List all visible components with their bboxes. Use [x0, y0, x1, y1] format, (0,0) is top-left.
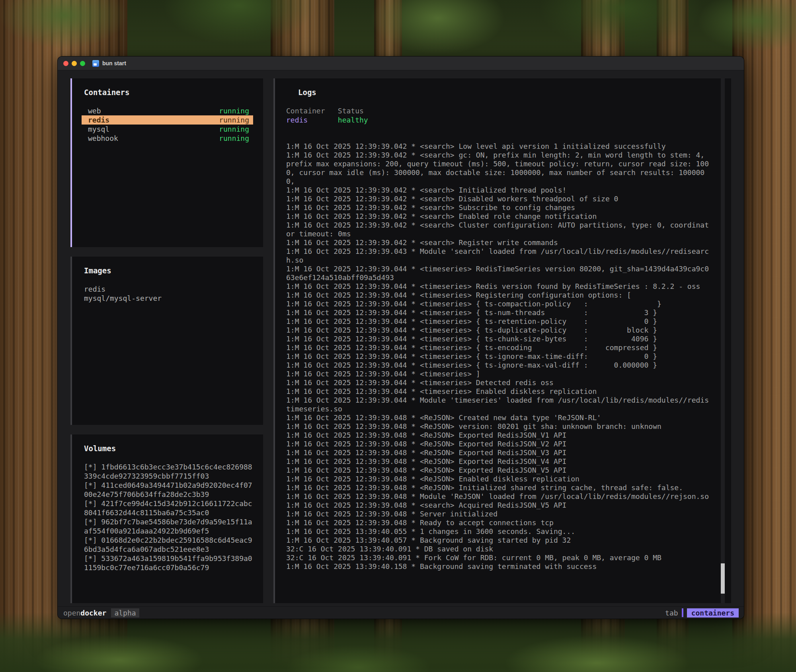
volumes-panel-title: Volumes: [84, 444, 263, 453]
main-content: Containers webrunningredisrunningmysqlru…: [58, 70, 744, 606]
logs-panel: Logs Container Status redis healthy 1:M …: [273, 78, 731, 603]
log-line: 1:M 16 Oct 2025 13:39:40.057 * Backgroun…: [286, 536, 710, 545]
log-line: 1:M 16 Oct 2025 12:39:39.044 * <timeseri…: [286, 335, 710, 343]
zoom-button[interactable]: [80, 61, 85, 66]
log-line: 1:M 16 Oct 2025 13:39:40.158 * Backgroun…: [286, 562, 710, 571]
status-bar: opendocker alpha tab containers: [58, 606, 744, 619]
log-line: 1:M 16 Oct 2025 12:39:39.042 * <search> …: [286, 212, 710, 221]
container-row-redis[interactable]: redisrunning: [82, 115, 253, 125]
images-panel-title: Images: [84, 266, 263, 275]
log-line: 1:M 16 Oct 2025 12:39:39.044 * <timeseri…: [286, 378, 710, 387]
log-line: 1:M 16 Oct 2025 12:39:39.042 * <search> …: [286, 195, 710, 203]
container-name: mysql: [88, 125, 109, 133]
containers-panel-title: Containers: [84, 88, 263, 97]
log-line: 1:M 16 Oct 2025 12:39:39.044 * <timeseri…: [286, 291, 710, 300]
mode-containers-chip[interactable]: containers: [687, 608, 739, 617]
log-line: 1:M 16 Oct 2025 12:39:39.048 * <ReJSON> …: [286, 422, 710, 431]
container-row-mysql[interactable]: mysqlrunning: [82, 125, 253, 134]
close-button[interactable]: [63, 61, 68, 66]
logs-scrollbar[interactable]: [721, 78, 725, 603]
brand-prefix: open: [63, 609, 80, 617]
log-line: 1:M 16 Oct 2025 12:39:39.048 * <ReJSON> …: [286, 457, 710, 466]
minimize-button[interactable]: [72, 61, 77, 66]
tab-key-hint: tab: [665, 609, 678, 617]
log-line: 1:M 16 Oct 2025 12:39:39.042 * <search> …: [286, 221, 710, 238]
log-line: 1:M 16 Oct 2025 12:39:39.044 * <timeseri…: [286, 326, 710, 335]
log-line: 1:M 16 Oct 2025 12:39:39.043 * Module 's…: [286, 247, 710, 265]
container-name: web: [88, 107, 101, 115]
terminal-window: bun start Containers webrunningredisrunn…: [57, 56, 744, 619]
log-line: 1:M 16 Oct 2025 12:39:39.044 * <timeseri…: [286, 300, 710, 308]
log-line: 1:M 16 Oct 2025 12:39:39.042 * <search> …: [286, 151, 710, 186]
log-line: 1:M 16 Oct 2025 12:39:39.048 * Ready to …: [286, 518, 710, 527]
traffic-lights: [63, 61, 85, 66]
log-line: 1:M 16 Oct 2025 12:39:39.042 * <search> …: [286, 186, 710, 195]
images-list: redismysql/mysql-server: [84, 284, 254, 303]
log-line: 1:M 16 Oct 2025 12:39:39.044 * <timeseri…: [286, 352, 710, 361]
logs-panel-title: Logs: [298, 88, 731, 97]
log-output: 1:M 16 Oct 2025 12:39:39.042 * <search> …: [286, 142, 710, 571]
volume-item[interactable]: [*] 962bf7c7bae54586be73de7d9a59e15f11aa…: [84, 517, 254, 536]
log-line: 1:M 16 Oct 2025 12:39:39.048 * <ReJSON> …: [286, 431, 710, 440]
log-line: 1:M 16 Oct 2025 12:39:39.044 * <timeseri…: [286, 265, 710, 282]
volume-item[interactable]: [*] 1fbd6613c6b3ecc3e37b415c6c4ec8269883…: [84, 462, 254, 481]
container-status: running: [219, 125, 249, 133]
logs-status-column-label: Status: [338, 106, 364, 115]
image-item[interactable]: mysql/mysql-server: [84, 294, 254, 303]
log-line: 1:M 16 Oct 2025 12:39:39.048 * <ReJSON> …: [286, 483, 710, 492]
log-line: 1:M 16 Oct 2025 12:39:39.044 * <timeseri…: [286, 387, 710, 396]
sidebar: Containers webrunningredisrunningmysqlru…: [70, 78, 263, 603]
forest-floor: [0, 612, 796, 672]
container-row-web[interactable]: webrunning: [82, 106, 253, 115]
log-line: 1:M 16 Oct 2025 12:39:39.048 * <ReJSON> …: [286, 440, 710, 448]
containers-panel: Containers webrunningredisrunningmysqlru…: [70, 78, 263, 247]
log-line: 1:M 16 Oct 2025 12:39:39.044 * Module 't…: [286, 396, 710, 413]
titlebar[interactable]: bun start: [58, 56, 744, 70]
log-line: 1:M 16 Oct 2025 12:39:39.044 * <timeseri…: [286, 282, 710, 291]
container-name: redis: [88, 116, 109, 124]
containers-list: webrunningredisrunningmysqlrunningwebhoo…: [82, 106, 253, 143]
log-line: 1:M 16 Oct 2025 12:39:39.044 * <timeseri…: [286, 317, 710, 326]
alpha-badge: alpha: [111, 608, 139, 617]
log-line: 1:M 16 Oct 2025 12:39:39.048 * <ReJSON> …: [286, 475, 710, 483]
volume-item[interactable]: [*] 411ced0649a3494471b02a9d92020ec4f070…: [84, 481, 254, 499]
log-line: 1:M 16 Oct 2025 12:39:39.042 * <search> …: [286, 238, 710, 247]
log-line: 1:M 16 Oct 2025 12:39:39.048 * <ReJSON> …: [286, 448, 710, 457]
app-icon: [92, 60, 99, 67]
volumes-panel: Volumes [*] 1fbd6613c6b3ecc3e37b415c6c4e…: [70, 434, 263, 603]
log-line: 1:M 16 Oct 2025 12:39:39.048 * <search> …: [286, 501, 710, 510]
log-line: 32:C 16 Oct 2025 13:39:40.091 * Fork CoW…: [286, 553, 710, 562]
logs-container-column-label: Container: [286, 106, 334, 115]
log-line: 1:M 16 Oct 2025 12:39:39.044 * <timeseri…: [286, 361, 710, 370]
container-status: running: [219, 116, 249, 124]
container-status: running: [219, 134, 249, 142]
log-line: 1:M 16 Oct 2025 13:39:40.055 * 1 changes…: [286, 527, 710, 536]
container-status: running: [219, 107, 249, 115]
volume-item[interactable]: [*] 533672a463a159819b541ffa9b953f389a01…: [84, 554, 254, 572]
log-line: 1:M 16 Oct 2025 12:39:39.044 * <timeseri…: [286, 308, 710, 317]
window-title: bun start: [102, 60, 126, 66]
logs-status-value: healthy: [338, 115, 368, 125]
log-line: 32:C 16 Oct 2025 13:39:40.091 * DB saved…: [286, 545, 710, 553]
volume-item[interactable]: [*] 421f7ce99d4c15d342b912c16611722cabc8…: [84, 499, 254, 517]
log-line: 1:M 16 Oct 2025 12:39:39.048 * <ReJSON> …: [286, 413, 710, 422]
log-line: 1:M 16 Oct 2025 12:39:39.048 * Module 'R…: [286, 492, 710, 501]
mode-separator: [682, 608, 683, 617]
brand-name: docker: [80, 609, 106, 617]
logs-header: Container Status redis healthy: [286, 106, 731, 125]
log-line: 1:M 16 Oct 2025 12:39:39.042 * <search> …: [286, 203, 710, 212]
log-line: 1:M 16 Oct 2025 12:39:39.044 * <timeseri…: [286, 343, 710, 352]
container-name: webhook: [88, 134, 118, 142]
log-line: 1:M 16 Oct 2025 12:39:39.044 * <timeseri…: [286, 370, 710, 378]
logs-container-value: redis: [286, 115, 334, 125]
image-item[interactable]: redis: [84, 284, 254, 294]
logs-scrollbar-thumb[interactable]: [721, 563, 725, 594]
log-line: 1:M 16 Oct 2025 12:39:39.048 * <ReJSON> …: [286, 466, 710, 475]
log-line: 1:M 16 Oct 2025 12:39:39.048 * Server in…: [286, 510, 710, 518]
container-row-webhook[interactable]: webhookrunning: [82, 134, 253, 143]
log-line: 1:M 16 Oct 2025 12:39:39.042 * <search> …: [286, 142, 710, 151]
volume-item[interactable]: [*] 01668d2e0c22b2bdec25916588c6d45eac96…: [84, 536, 254, 554]
volumes-list: [*] 1fbd6613c6b3ecc3e37b415c6c4ec8269883…: [84, 462, 254, 572]
images-panel: Images redismysql/mysql-server: [70, 257, 263, 425]
app-brand: opendocker: [63, 609, 106, 617]
